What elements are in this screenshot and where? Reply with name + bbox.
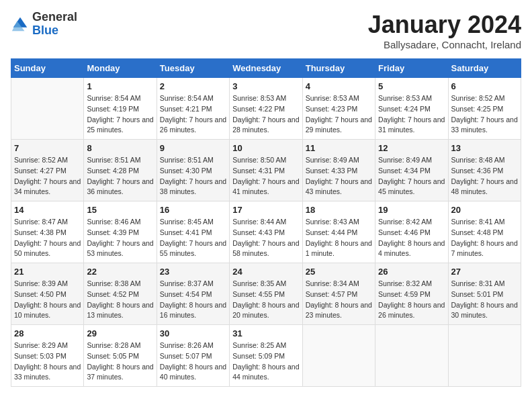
calendar-week-row: 14Sunrise: 8:47 AMSunset: 4:38 PMDayligh… xyxy=(11,201,521,263)
day-number: 5 xyxy=(378,81,445,91)
logo-text: General Blue xyxy=(32,11,77,38)
day-info: Sunrise: 8:35 AMSunset: 4:55 PMDaylight:… xyxy=(232,279,299,321)
calendar-cell: 11Sunrise: 8:49 AMSunset: 4:33 PMDayligh… xyxy=(302,140,375,201)
day-info: Sunrise: 8:46 AMSunset: 4:39 PMDaylight:… xyxy=(87,217,153,259)
weekday-header-thursday: Thursday xyxy=(302,59,375,78)
calendar-table: SundayMondayTuesdayWednesdayThursdayFrid… xyxy=(11,58,521,387)
day-number: 22 xyxy=(87,267,153,277)
calendar-cell: 8Sunrise: 8:51 AMSunset: 4:28 PMDaylight… xyxy=(84,140,157,201)
calendar-cell: 25Sunrise: 8:34 AMSunset: 4:57 PMDayligh… xyxy=(302,263,375,325)
calendar-cell xyxy=(302,325,375,387)
day-number: 7 xyxy=(14,143,81,153)
page-header: General Blue January 2024 Ballysadare, C… xyxy=(11,11,521,50)
calendar-cell: 17Sunrise: 8:44 AMSunset: 4:43 PMDayligh… xyxy=(230,201,302,263)
day-number: 2 xyxy=(160,81,226,91)
day-number: 12 xyxy=(378,143,445,153)
weekday-header-tuesday: Tuesday xyxy=(157,59,229,78)
calendar-cell: 5Sunrise: 8:53 AMSunset: 4:24 PMDaylight… xyxy=(375,78,448,140)
day-number: 27 xyxy=(451,267,518,277)
day-info: Sunrise: 8:43 AMSunset: 4:44 PMDaylight:… xyxy=(306,217,372,259)
day-number: 19 xyxy=(378,205,445,215)
day-info: Sunrise: 8:38 AMSunset: 4:52 PMDaylight:… xyxy=(87,279,153,321)
calendar-cell: 13Sunrise: 8:48 AMSunset: 4:36 PMDayligh… xyxy=(448,140,521,201)
day-info: Sunrise: 8:31 AMSunset: 5:01 PMDaylight:… xyxy=(451,279,518,321)
weekday-header-sunday: Sunday xyxy=(11,59,84,78)
day-number: 24 xyxy=(232,267,299,277)
calendar-cell: 29Sunrise: 8:28 AMSunset: 5:05 PMDayligh… xyxy=(84,325,157,387)
day-number: 3 xyxy=(232,81,299,91)
calendar-cell: 27Sunrise: 8:31 AMSunset: 5:01 PMDayligh… xyxy=(448,263,521,325)
calendar-cell: 26Sunrise: 8:32 AMSunset: 4:59 PMDayligh… xyxy=(375,263,448,325)
calendar-cell xyxy=(448,325,521,387)
day-number: 21 xyxy=(14,267,81,277)
calendar-cell: 1Sunrise: 8:54 AMSunset: 4:19 PMDaylight… xyxy=(84,78,157,140)
day-number: 18 xyxy=(306,205,372,215)
calendar-week-row: 28Sunrise: 8:29 AMSunset: 5:03 PMDayligh… xyxy=(11,325,521,387)
calendar-week-row: 21Sunrise: 8:39 AMSunset: 4:50 PMDayligh… xyxy=(11,263,521,325)
day-info: Sunrise: 8:52 AMSunset: 4:25 PMDaylight:… xyxy=(451,93,518,136)
day-number: 28 xyxy=(14,328,81,338)
day-info: Sunrise: 8:42 AMSunset: 4:46 PMDaylight:… xyxy=(378,217,445,259)
calendar-cell: 2Sunrise: 8:54 AMSunset: 4:21 PMDaylight… xyxy=(157,78,229,140)
calendar-cell: 4Sunrise: 8:53 AMSunset: 4:23 PMDaylight… xyxy=(302,78,375,140)
day-info: Sunrise: 8:37 AMSunset: 4:54 PMDaylight:… xyxy=(160,279,226,321)
calendar-cell xyxy=(375,325,448,387)
day-number: 25 xyxy=(306,267,372,277)
calendar-cell: 19Sunrise: 8:42 AMSunset: 4:46 PMDayligh… xyxy=(375,201,448,263)
month-title: January 2024 xyxy=(368,11,521,39)
calendar-cell: 28Sunrise: 8:29 AMSunset: 5:03 PMDayligh… xyxy=(11,325,84,387)
calendar-cell: 6Sunrise: 8:52 AMSunset: 4:25 PMDaylight… xyxy=(448,78,521,140)
day-info: Sunrise: 8:48 AMSunset: 4:36 PMDaylight:… xyxy=(451,155,518,197)
day-number: 23 xyxy=(160,267,226,277)
logo-general-text: General xyxy=(32,11,77,24)
day-info: Sunrise: 8:44 AMSunset: 4:43 PMDaylight:… xyxy=(232,217,299,259)
logo: General Blue xyxy=(11,11,77,38)
calendar-cell: 24Sunrise: 8:35 AMSunset: 4:55 PMDayligh… xyxy=(230,263,302,325)
day-number: 15 xyxy=(87,205,153,215)
calendar-cell: 12Sunrise: 8:49 AMSunset: 4:34 PMDayligh… xyxy=(375,140,448,201)
day-number: 31 xyxy=(232,328,299,338)
day-info: Sunrise: 8:54 AMSunset: 4:21 PMDaylight:… xyxy=(160,93,226,136)
day-info: Sunrise: 8:39 AMSunset: 4:50 PMDaylight:… xyxy=(14,279,81,321)
logo-icon xyxy=(11,15,30,34)
day-number: 1 xyxy=(87,81,153,91)
title-block: January 2024 Ballysadare, Connacht, Irel… xyxy=(368,11,521,50)
calendar-cell: 3Sunrise: 8:53 AMSunset: 4:22 PMDaylight… xyxy=(230,78,302,140)
calendar-week-row: 7Sunrise: 8:52 AMSunset: 4:27 PMDaylight… xyxy=(11,140,521,201)
day-info: Sunrise: 8:53 AMSunset: 4:22 PMDaylight:… xyxy=(232,93,299,136)
calendar-cell: 30Sunrise: 8:26 AMSunset: 5:07 PMDayligh… xyxy=(157,325,229,387)
day-info: Sunrise: 8:45 AMSunset: 4:41 PMDaylight:… xyxy=(160,217,226,259)
weekday-header-row: SundayMondayTuesdayWednesdayThursdayFrid… xyxy=(11,59,521,78)
day-info: Sunrise: 8:26 AMSunset: 5:07 PMDaylight:… xyxy=(160,340,226,383)
calendar-week-row: 1Sunrise: 8:54 AMSunset: 4:19 PMDaylight… xyxy=(11,78,521,140)
calendar-cell xyxy=(11,78,84,140)
weekday-header-monday: Monday xyxy=(84,59,157,78)
day-info: Sunrise: 8:53 AMSunset: 4:24 PMDaylight:… xyxy=(378,93,445,136)
day-info: Sunrise: 8:53 AMSunset: 4:23 PMDaylight:… xyxy=(306,93,372,136)
calendar-cell: 9Sunrise: 8:51 AMSunset: 4:30 PMDaylight… xyxy=(157,140,229,201)
calendar-cell: 23Sunrise: 8:37 AMSunset: 4:54 PMDayligh… xyxy=(157,263,229,325)
day-number: 20 xyxy=(451,205,518,215)
weekday-header-saturday: Saturday xyxy=(448,59,521,78)
day-number: 10 xyxy=(232,143,299,153)
calendar-cell: 16Sunrise: 8:45 AMSunset: 4:41 PMDayligh… xyxy=(157,201,229,263)
day-number: 30 xyxy=(160,328,226,338)
day-info: Sunrise: 8:54 AMSunset: 4:19 PMDaylight:… xyxy=(87,93,153,136)
day-number: 26 xyxy=(378,267,445,277)
weekday-header-wednesday: Wednesday xyxy=(230,59,302,78)
day-number: 29 xyxy=(87,328,153,338)
calendar-cell: 7Sunrise: 8:52 AMSunset: 4:27 PMDaylight… xyxy=(11,140,84,201)
day-number: 13 xyxy=(451,143,518,153)
calendar-cell: 18Sunrise: 8:43 AMSunset: 4:44 PMDayligh… xyxy=(302,201,375,263)
day-info: Sunrise: 8:50 AMSunset: 4:31 PMDaylight:… xyxy=(232,155,299,197)
day-info: Sunrise: 8:41 AMSunset: 4:48 PMDaylight:… xyxy=(451,217,518,259)
calendar-cell: 15Sunrise: 8:46 AMSunset: 4:39 PMDayligh… xyxy=(84,201,157,263)
day-info: Sunrise: 8:32 AMSunset: 4:59 PMDaylight:… xyxy=(378,279,445,321)
day-info: Sunrise: 8:34 AMSunset: 4:57 PMDaylight:… xyxy=(306,279,372,321)
day-info: Sunrise: 8:28 AMSunset: 5:05 PMDaylight:… xyxy=(87,340,153,383)
calendar-cell: 20Sunrise: 8:41 AMSunset: 4:48 PMDayligh… xyxy=(448,201,521,263)
weekday-header-friday: Friday xyxy=(375,59,448,78)
day-info: Sunrise: 8:25 AMSunset: 5:09 PMDaylight:… xyxy=(232,340,299,383)
calendar-cell: 10Sunrise: 8:50 AMSunset: 4:31 PMDayligh… xyxy=(230,140,302,201)
location-text: Ballysadare, Connacht, Ireland xyxy=(368,39,521,50)
